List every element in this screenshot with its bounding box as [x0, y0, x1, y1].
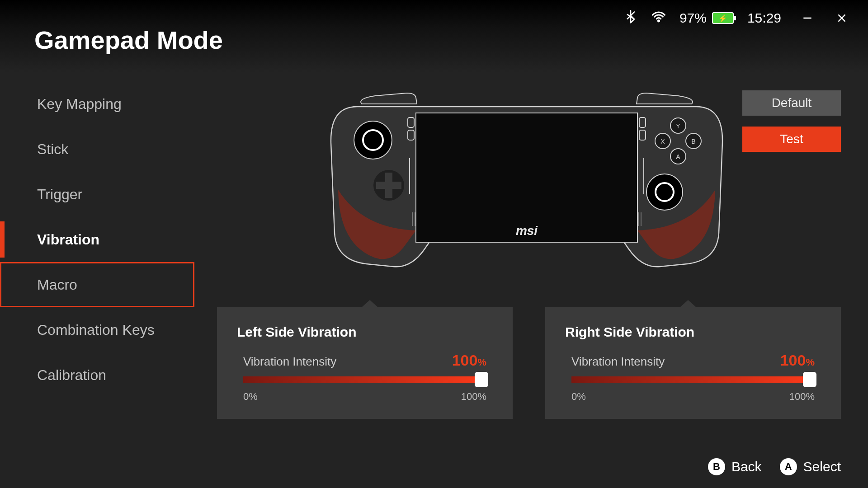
intensity-value: 100%	[780, 352, 815, 369]
panel-title: Left Side Vibration	[237, 324, 493, 340]
brand-logo: msi	[516, 224, 538, 238]
svg-text:B: B	[691, 138, 695, 145]
select-hint[interactable]: A Select	[780, 458, 841, 475]
sidebar-item-label: Combination Keys	[37, 322, 155, 338]
battery-percent: 97%	[679, 10, 707, 26]
default-button-label: Default	[772, 96, 812, 110]
right-vibration-panel: Right Side Vibration Vibration Intensity…	[545, 307, 841, 419]
close-button[interactable]	[834, 10, 850, 26]
footer-hints: B Back A Select	[708, 458, 841, 475]
device-illustration: msi Y X B A	[330, 90, 723, 271]
svg-text:A: A	[676, 153, 680, 160]
sidebar-item-calibration[interactable]: Calibration	[0, 352, 194, 398]
svg-text:Y: Y	[676, 122, 680, 130]
sidebar-item-label: Key Mapping	[37, 96, 122, 113]
slider-thumb[interactable]	[803, 372, 816, 387]
sidebar-item-label: Macro	[37, 277, 77, 293]
svg-text:X: X	[660, 138, 665, 145]
slider-thumb[interactable]	[475, 372, 488, 387]
sidebar: Key Mapping Stick Trigger Vibration Macr…	[0, 81, 194, 398]
slider-max-label: 100%	[461, 391, 486, 403]
sidebar-item-macro[interactable]: Macro	[0, 262, 194, 307]
test-button-label: Test	[780, 132, 803, 146]
slider-min-label: 0%	[243, 391, 258, 403]
b-button-icon: B	[708, 458, 725, 475]
minimize-button[interactable]	[799, 10, 816, 26]
wifi-icon	[651, 9, 666, 27]
bluetooth-icon	[623, 9, 638, 27]
sidebar-item-combination-keys[interactable]: Combination Keys	[0, 307, 194, 352]
slider-min-label: 0%	[571, 391, 586, 403]
svg-rect-9	[376, 182, 401, 189]
battery-icon: ⚡	[712, 12, 734, 24]
select-label: Select	[803, 459, 841, 474]
sidebar-item-label: Trigger	[37, 186, 82, 203]
test-button[interactable]: Test	[742, 127, 841, 152]
intensity-label: Vibration Intensity	[571, 355, 665, 369]
sidebar-item-key-mapping[interactable]: Key Mapping	[0, 81, 194, 127]
intensity-value: 100%	[452, 352, 486, 369]
svg-point-0	[657, 19, 660, 22]
default-button[interactable]: Default	[742, 90, 841, 116]
svg-point-22	[646, 174, 683, 210]
clock: 15:29	[747, 10, 781, 26]
back-label: Back	[731, 459, 762, 474]
sidebar-item-vibration[interactable]: Vibration	[0, 217, 194, 262]
slider-max-label: 100%	[789, 391, 815, 403]
sidebar-item-label: Vibration	[37, 231, 99, 248]
left-vibration-slider[interactable]	[243, 376, 486, 383]
svg-rect-4	[416, 113, 637, 242]
panel-title: Right Side Vibration	[565, 324, 821, 340]
sidebar-item-label: Stick	[37, 141, 68, 158]
left-vibration-panel: Left Side Vibration Vibration Intensity …	[217, 307, 513, 419]
page-title: Gamepad Mode	[34, 25, 223, 55]
a-button-icon: A	[780, 458, 797, 475]
right-vibration-slider[interactable]	[571, 376, 815, 383]
svg-point-5	[354, 121, 392, 159]
back-hint[interactable]: B Back	[708, 458, 762, 475]
sidebar-item-stick[interactable]: Stick	[0, 127, 194, 172]
sidebar-item-label: Calibration	[37, 367, 106, 384]
intensity-label: Vibration Intensity	[243, 355, 336, 369]
sidebar-item-trigger[interactable]: Trigger	[0, 172, 194, 217]
